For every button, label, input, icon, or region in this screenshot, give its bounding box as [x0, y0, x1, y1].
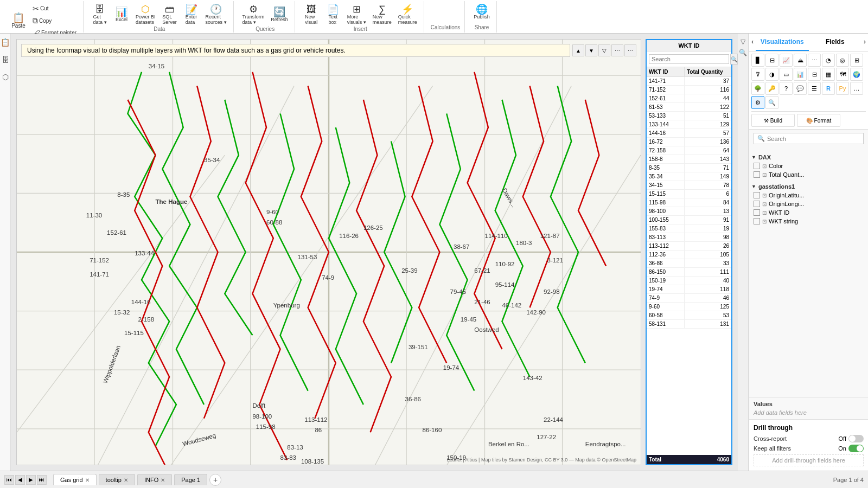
wkt-table-row[interactable]: 35-34 149: [647, 172, 731, 181]
field-item[interactable]: ⊡ WKT string: [751, 217, 866, 226]
powerbi-datasets-button[interactable]: ⬡ Power BIdatasets: [133, 3, 158, 26]
viz-forward-arrow[interactable]: ›: [861, 34, 868, 51]
field-item[interactable]: ⊡ Color: [751, 162, 866, 170]
page-nav-last[interactable]: ⏭: [37, 475, 47, 485]
field-checkbox[interactable]: [754, 218, 760, 224]
viz-scatter-icon[interactable]: ⋯: [808, 54, 821, 67]
viz-line-chart-icon[interactable]: 📈: [780, 54, 793, 67]
cut-button[interactable]: ✂ Cut: [30, 3, 79, 14]
tab-close-button[interactable]: ✕: [85, 477, 90, 483]
keep-all-filters-toggle-track[interactable]: [848, 445, 864, 452]
recent-sources-button[interactable]: 🕐 Recentsources ▾: [203, 3, 229, 26]
new-measure-button[interactable]: ∑ Newmeasure: [371, 3, 394, 26]
wkt-table-row[interactable]: 8-35 71: [647, 164, 731, 172]
viz-r-icon[interactable]: R: [822, 82, 835, 95]
map-action-down[interactable]: ▼: [585, 44, 597, 56]
page-tab[interactable]: tooltip ✕: [99, 474, 135, 485]
viz-custom-icon-1[interactable]: ⚙: [751, 96, 764, 109]
left-icon-model[interactable]: ⬡: [1, 70, 10, 84]
wkt-table-row[interactable]: 112-36 105: [647, 251, 731, 259]
viz-stacked-bar-icon[interactable]: ⊟: [765, 54, 778, 67]
viz-funnel-icon[interactable]: ⊽: [751, 68, 764, 81]
enter-data-button[interactable]: 📝 Enterdata: [182, 3, 201, 26]
viz-more-icon[interactable]: …: [850, 82, 863, 95]
field-item[interactable]: ⊡ WKT ID: [751, 208, 866, 217]
wkt-table-row[interactable]: 141-71 37: [647, 77, 731, 86]
filters-icon[interactable]: ▽: [741, 38, 745, 46]
wkt-table-row[interactable]: 72-158 64: [647, 146, 731, 155]
wkt-table-row[interactable]: 83-113 98: [647, 233, 731, 242]
viz-matrix-icon[interactable]: ▦: [822, 68, 835, 81]
wkt-table-row[interactable]: 144-16 57: [647, 129, 731, 138]
add-page-button[interactable]: +: [209, 474, 221, 486]
map-action-filter[interactable]: ▽: [598, 44, 610, 56]
wkt-search-input[interactable]: [649, 54, 729, 64]
wkt-table-row[interactable]: 113-112 26: [647, 242, 731, 251]
fields-section-header[interactable]: ▼DAX: [751, 153, 866, 162]
map-action-more1[interactable]: ⋯: [611, 44, 623, 56]
page-tab[interactable]: Gas grid ✕: [53, 474, 97, 485]
viz-bar-chart-icon[interactable]: ▊: [751, 54, 764, 67]
wkt-table-row[interactable]: 152-61 44: [647, 94, 731, 103]
cross-report-toggle-track[interactable]: [848, 435, 864, 442]
viz-kpi-icon[interactable]: 📊: [794, 68, 807, 81]
field-checkbox[interactable]: [754, 209, 760, 216]
tab-close-button[interactable]: ✕: [161, 477, 165, 483]
viz-format-icon[interactable]: 🎨 Format: [797, 114, 840, 127]
fields-section-header[interactable]: ▼gasstations1: [751, 182, 866, 191]
wkt-table-row[interactable]: 58-131 131: [647, 320, 731, 329]
wkt-table-row[interactable]: 98-100 13: [647, 207, 731, 216]
field-checkbox[interactable]: [754, 201, 760, 207]
sql-server-button[interactable]: 🗃 SQLServer: [160, 3, 180, 26]
field-checkbox[interactable]: [754, 163, 760, 169]
wkt-table-row[interactable]: 53-133 51: [647, 112, 731, 120]
wkt-table-row[interactable]: 133-144 129: [647, 120, 731, 129]
viz-pie-icon[interactable]: ◔: [822, 54, 835, 67]
page-nav-prev[interactable]: ◀: [15, 475, 25, 485]
field-item[interactable]: ⊡ OriginLongi...: [751, 200, 866, 208]
wkt-table-row[interactable]: 15-115 6: [647, 190, 731, 198]
viz-key-influencer-icon[interactable]: 🔑: [765, 82, 778, 95]
refresh-button[interactable]: 🔄 Refresh: [269, 6, 290, 23]
field-item[interactable]: ⊡ OriginLatitu...: [751, 191, 866, 200]
visualizations-tab[interactable]: Visualizations: [756, 34, 809, 51]
wkt-table-row[interactable]: 60-58 53: [647, 311, 731, 320]
left-icon-data[interactable]: 🗄: [1, 53, 10, 66]
wkt-table-row[interactable]: 19-74 118: [647, 285, 731, 294]
wkt-table-row[interactable]: 158-8 143: [647, 155, 731, 164]
more-visuals-button[interactable]: ⊞ Morevisuals ▾: [345, 3, 368, 26]
left-icon-report[interactable]: 📋: [0, 36, 11, 49]
excel-button[interactable]: 📊 Excel: [112, 6, 131, 23]
viz-gauge-icon[interactable]: ◑: [765, 68, 778, 81]
page-nav-first[interactable]: ⏮: [4, 475, 14, 485]
copy-button[interactable]: ⧉ Copy: [30, 15, 79, 27]
cross-report-toggle[interactable]: Off: [839, 435, 864, 442]
field-item[interactable]: ⊡ Total Quant...: [751, 170, 866, 179]
wkt-search-button[interactable]: 🔍: [730, 54, 738, 65]
viz-py-icon[interactable]: Py: [836, 82, 849, 95]
keep-all-filters-toggle[interactable]: On: [838, 445, 864, 452]
filter-search-icon[interactable]: 🔍: [739, 49, 747, 56]
map-action-up[interactable]: ▲: [572, 44, 584, 56]
viz-back-arrow[interactable]: ‹: [749, 34, 756, 51]
wkt-table-row[interactable]: 71-152 116: [647, 86, 731, 94]
paste-button[interactable]: 📋 Paste: [9, 12, 28, 30]
viz-map-icon[interactable]: 🗺: [836, 68, 849, 81]
field-checkbox[interactable]: [754, 192, 760, 198]
viz-area-chart-icon[interactable]: ⛰: [794, 54, 807, 67]
viz-slicer-icon[interactable]: ☰: [808, 82, 821, 95]
viz-table-icon[interactable]: ⊟: [808, 68, 821, 81]
new-visual-button[interactable]: 🖼 Newvisual: [302, 3, 321, 26]
viz-qna-icon[interactable]: ?: [780, 82, 793, 95]
viz-custom-icon-2[interactable]: 🔍: [765, 96, 778, 109]
quick-measure-button[interactable]: ⚡ Quickmeasure: [396, 3, 419, 26]
wkt-table-row[interactable]: 61-53 122: [647, 103, 731, 112]
wkt-table-row[interactable]: 16-72 136: [647, 138, 731, 146]
wkt-table-row[interactable]: 9-60 125: [647, 303, 731, 311]
field-checkbox[interactable]: [754, 171, 760, 178]
map-container[interactable]: Using the Iconmap visual to display mult…: [16, 39, 641, 465]
page-tab[interactable]: Page 1: [174, 474, 207, 485]
wkt-table-row[interactable]: 74-9 46: [647, 294, 731, 303]
get-data-button[interactable]: 🗄 Getdata ▾: [90, 3, 110, 26]
wkt-table-row[interactable]: 86-150 111: [647, 268, 731, 277]
